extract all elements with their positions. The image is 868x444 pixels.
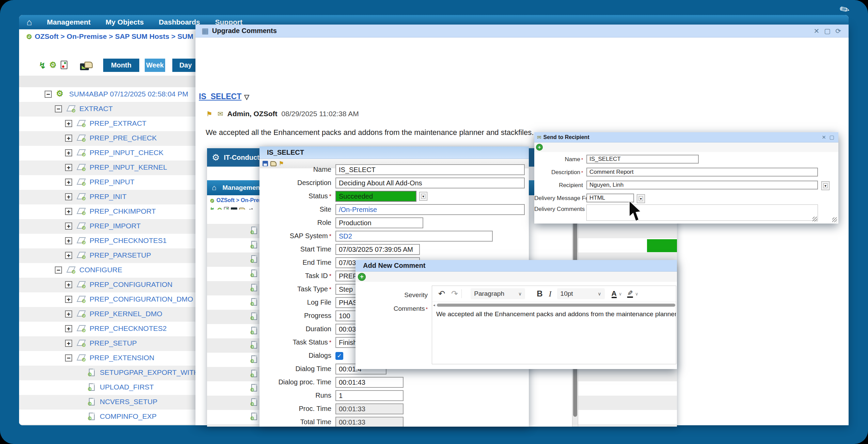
- itc-doc-icon[interactable]: [251, 312, 257, 320]
- collapse-box-icon[interactable]: −: [55, 105, 62, 112]
- tree-item-label[interactable]: PREP_CHECKNOTES1: [90, 236, 167, 245]
- redo-icon[interactable]: ↷: [451, 290, 458, 298]
- expand-box-icon[interactable]: +: [65, 135, 72, 142]
- expand-box-icon[interactable]: +: [65, 252, 72, 259]
- tree-row[interactable]: +PREP_INIT: [19, 190, 216, 204]
- tree-row[interactable]: +PREP_PARSETUP: [19, 248, 216, 263]
- field-input-role[interactable]: Production: [335, 217, 423, 228]
- send-input-recipient[interactable]: Nguyen, Linh: [586, 181, 818, 189]
- rich-text-editor[interactable]: ↶ ↷ Paragraph∨ B I 10pt∨ A ∨ ✎ ∨ ◂: [432, 286, 676, 364]
- itc-doc-icon[interactable]: [251, 413, 257, 420]
- expand-box-icon[interactable]: +: [65, 193, 72, 200]
- dialog-resize-grip[interactable]: [832, 217, 837, 222]
- send-input-delivery-comments[interactable]: [586, 204, 818, 221]
- field-input-name[interactable]: IS_SELECT: [335, 164, 525, 175]
- itc-doc-icon[interactable]: [251, 327, 257, 334]
- script-icon[interactable]: [84, 62, 93, 68]
- breadcrumb[interactable]: OZSoft > On-Premise > SAP SUM Hosts > SU…: [35, 32, 209, 41]
- tree-item-label[interactable]: PREP_CONFIGURATION_DMO: [90, 295, 193, 303]
- tree-row[interactable]: +PREP_CONFIGURATION_DMO: [19, 292, 216, 307]
- add-icon[interactable]: +: [358, 273, 365, 280]
- close-icon[interactable]: ✕: [814, 28, 820, 34]
- itc-home-icon[interactable]: ⌂: [212, 183, 216, 192]
- tree-row[interactable]: −CONFIGURE: [19, 263, 216, 278]
- gantt-green-bar[interactable]: [647, 239, 677, 252]
- field-input-dialog-proc-time[interactable]: 00:01:43: [335, 377, 404, 388]
- expand-box-icon[interactable]: +: [65, 223, 72, 230]
- tree-row[interactable]: +PREP_EXTRACT: [19, 117, 216, 131]
- collapse-box-icon[interactable]: −: [45, 91, 52, 98]
- tree-item-label[interactable]: CONFIGURE: [79, 266, 122, 274]
- highlight-chevron-icon[interactable]: ∨: [635, 291, 638, 296]
- send-input-delivery-message-format[interactable]: HTML: [586, 194, 634, 202]
- tree-item-label[interactable]: PREP_EXTENSION: [90, 354, 154, 362]
- editor-text[interactable]: We accepted all the Enhancement packs an…: [436, 310, 676, 318]
- itc-doc-icon[interactable]: [251, 227, 257, 234]
- tree-item-label[interactable]: PREP_INPUT: [90, 178, 135, 186]
- tree-row[interactable]: UPLOAD_FIRST: [19, 380, 216, 395]
- undo-icon[interactable]: ↶: [438, 290, 445, 298]
- scroll-left-icon[interactable]: ◂: [433, 303, 435, 307]
- tree-row[interactable]: −⚙SUM4ABAP 07/12/2025 02:58:04 PM: [19, 87, 216, 102]
- itc-doc-icon[interactable]: [251, 341, 257, 349]
- add-comment-titlebar[interactable]: Add New Comment: [356, 260, 677, 272]
- tree-item-label[interactable]: PREP_SETUP: [90, 339, 137, 347]
- send-input-description[interactable]: Comment Report: [586, 168, 818, 177]
- send-add-icon[interactable]: +: [536, 144, 542, 150]
- tree-item-label[interactable]: UPLOAD_FIRST: [100, 383, 154, 391]
- itc-doc-icon[interactable]: [251, 270, 257, 277]
- field-input-total-time[interactable]: 00:01:33: [335, 417, 404, 427]
- tree-item-label[interactable]: EXTRACT: [79, 105, 113, 113]
- editor-hscrollbar[interactable]: ◂: [432, 303, 676, 307]
- expand-box-icon[interactable]: +: [65, 296, 72, 303]
- tree-row[interactable]: NCVERS_SETUP: [19, 395, 216, 410]
- bold-button[interactable]: B: [537, 290, 542, 298]
- itc-doc-icon[interactable]: [251, 255, 257, 263]
- textarea-resize-grip[interactable]: [812, 217, 817, 221]
- send-titlebar[interactable]: ✉ Send to Recipient ✕ ▢: [534, 132, 838, 142]
- tree-row[interactable]: +PREP_CONFIGURATION: [19, 278, 216, 292]
- tree-row[interactable]: −EXTRACT: [19, 102, 216, 117]
- flag-icon[interactable]: ⚑: [206, 110, 212, 118]
- itc-doc-icon[interactable]: [251, 355, 257, 363]
- expand-box-icon[interactable]: +: [65, 237, 72, 244]
- italic-button[interactable]: I: [549, 290, 552, 298]
- tree-row[interactable]: SELSTACKXML_READ: [19, 424, 216, 425]
- itc-doc-icon[interactable]: [251, 398, 257, 406]
- tree-row[interactable]: +PREP_KERNEL_DMO: [19, 307, 216, 322]
- field-input-site[interactable]: /On-Premise: [335, 204, 525, 215]
- log-book-icon[interactable]: [61, 61, 67, 69]
- editor-hscroll-thumb[interactable]: [437, 304, 675, 307]
- field-input-proc-time[interactable]: 00:01:33: [335, 403, 404, 414]
- expand-box-icon[interactable]: +: [65, 325, 72, 332]
- paragraph-style-select[interactable]: Paragraph∨: [471, 288, 525, 299]
- itc-doc-icon[interactable]: [251, 241, 257, 248]
- expand-box-icon[interactable]: +: [65, 164, 72, 171]
- font-color-button[interactable]: A: [612, 290, 617, 298]
- tree-row[interactable]: +PREP_CHECKNOTES1: [19, 234, 216, 248]
- send-close-icon[interactable]: ✕: [822, 135, 826, 140]
- detail-titlebar[interactable]: IS_SELECT: [259, 147, 529, 159]
- upgrade-comments-titlebar[interactable]: ▦ Upgrade Comments ✕ ▢ ⟳: [195, 25, 849, 37]
- collapse-triangle-icon[interactable]: ▽: [244, 93, 249, 101]
- tree-row[interactable]: +PREP_PRE_CHECK: [19, 131, 216, 146]
- tree-item-label[interactable]: PREP_CHKIMPORT: [90, 207, 156, 215]
- itc-nav-item[interactable]: Management: [222, 184, 262, 192]
- refresh-window-icon[interactable]: ⟳: [835, 28, 841, 34]
- tree-item-label[interactable]: PREP_INPUT_KERNEL: [90, 163, 167, 171]
- expand-box-icon[interactable]: +: [65, 149, 72, 156]
- tree-item-label[interactable]: PREP_PARSETUP: [90, 251, 151, 259]
- font-color-chevron-icon[interactable]: ∨: [619, 291, 622, 296]
- dropdown-button-icon[interactable]: [419, 192, 427, 201]
- expand-box-icon[interactable]: +: [65, 179, 72, 186]
- send-maximize-icon[interactable]: ▢: [830, 135, 834, 140]
- view-button-day[interactable]: Day: [172, 59, 199, 72]
- tree-item-label[interactable]: PREP_CONFIGURATION: [90, 280, 172, 289]
- field-input-sap-system[interactable]: SD2: [335, 231, 493, 242]
- itc-doc-icon[interactable]: [251, 284, 257, 291]
- field-input-start-time[interactable]: 07/03/2025 07:39:05 AM: [335, 244, 420, 255]
- home-icon[interactable]: ⌂: [27, 18, 32, 27]
- tree-item-label[interactable]: PREP_INIT: [90, 193, 127, 201]
- view-button-week[interactable]: Week: [145, 59, 165, 72]
- tree-item-label[interactable]: PREP_IMPORT: [90, 222, 141, 230]
